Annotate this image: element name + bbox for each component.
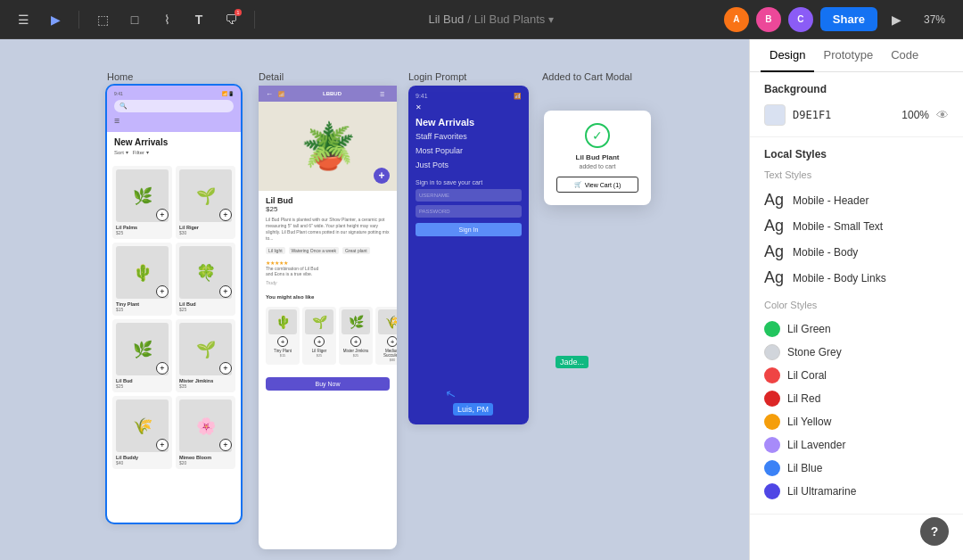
product-cell[interactable]: 🌱 Mister Jimkins $35 +	[176, 319, 235, 392]
pen-tool[interactable]: ⌇	[154, 7, 179, 32]
add-to-cart-button[interactable]: +	[219, 285, 232, 298]
suggestion-item[interactable]: 🌿 + Mister Jimkins $25	[339, 307, 373, 365]
bg-color-swatch[interactable]	[764, 104, 786, 126]
bg-opacity-value[interactable]: 100%	[893, 109, 929, 121]
text-style-label: Mobile - Body Links	[793, 272, 886, 284]
detail-price: $25	[266, 205, 390, 213]
page-title: Lil Bud / Lil Bud Plants ▾	[266, 12, 717, 26]
frame-login-label: Login Prompt	[408, 71, 466, 82]
add-suggestion-button[interactable]: +	[314, 336, 325, 347]
share-button[interactable]: Share	[820, 7, 877, 31]
dropdown-chevron-icon[interactable]: ▾	[548, 13, 554, 26]
color-style-lil-red[interactable]: Lil Red	[764, 387, 949, 410]
avatar-1: A	[724, 7, 749, 32]
zoom-level[interactable]: 37%	[917, 10, 952, 29]
add-suggestion-button[interactable]: +	[277, 336, 288, 347]
product-cell[interactable]: 🌾 Lil Buddy $40 +	[112, 396, 172, 469]
login-menu-item: Just Pots	[416, 158, 522, 172]
sign-in-button[interactable]: Sign In	[416, 223, 522, 236]
bg-color-value[interactable]: D9E1F1	[793, 109, 886, 121]
username-input[interactable]: USERNAME	[416, 189, 522, 202]
add-to-cart-button[interactable]: +	[156, 362, 169, 375]
visibility-toggle-icon[interactable]: 👁	[936, 108, 949, 122]
add-to-cart-button[interactable]: +	[219, 362, 232, 375]
frame-tool[interactable]: ⬚	[90, 7, 115, 32]
suggestion-price: $25	[342, 353, 370, 358]
color-style-lil-blue[interactable]: Lil Blue	[764, 457, 949, 480]
add-to-cart-button[interactable]: +	[156, 439, 169, 451]
review-text: The combination of Lil Budand Eons is a …	[266, 266, 390, 276]
product-suggestions: 🌵 + Tiny Plant $15 🌱 + Lil Riger $25	[259, 303, 397, 368]
cart-icon: 🛒	[574, 181, 582, 188]
background-title: Background	[764, 83, 949, 95]
product-cell[interactable]: 🌸 Mimeo Bloom $20 +	[176, 396, 235, 469]
suggestion-price: $25	[305, 353, 333, 358]
color-style-lil-ultramarine[interactable]: Lil Ultramarine	[764, 480, 949, 503]
login-title: New Arrivals	[416, 117, 522, 128]
product-cell[interactable]: 🌵 Tiny Plant $15 +	[112, 243, 172, 316]
suggestion-item[interactable]: 🌵 + Tiny Plant $15	[266, 307, 300, 365]
present-icon[interactable]: ▶	[885, 7, 910, 32]
tab-design[interactable]: Design	[761, 39, 814, 72]
add-to-cart-button[interactable]: +	[156, 285, 169, 298]
text-style-mobile-header[interactable]: Ag Mobile - Header	[764, 187, 949, 213]
ag-icon: Ag	[764, 243, 786, 261]
text-style-mobile-small[interactable]: Ag Mobile - Small Text	[764, 213, 949, 239]
product-price: $20	[179, 460, 232, 465]
color-style-lil-green[interactable]: Lil Green	[764, 317, 949, 341]
color-style-lil-lavender[interactable]: Lil Lavender	[764, 433, 949, 457]
suggestion-item[interactable]: 🌾 + Medium Succulent $80	[375, 307, 397, 365]
frame-login[interactable]: 9:41 📶 ✕ New Arrivals Staff Favorites Mo…	[408, 86, 529, 424]
suggestion-item[interactable]: 🌱 + Lil Riger $25	[302, 307, 336, 365]
comment-tool[interactable]: 🗨 1	[218, 7, 243, 32]
home-header: 9:41 📶 📳 🔍 ☰	[107, 86, 241, 132]
text-tool[interactable]: T	[186, 7, 211, 32]
add-to-cart-button[interactable]: +	[156, 209, 169, 221]
divider	[78, 11, 79, 29]
review-author: Trudy	[266, 280, 390, 285]
add-suggestion-button[interactable]: +	[387, 336, 397, 347]
shape-tool[interactable]: □	[122, 7, 147, 32]
add-to-cart-button[interactable]: +	[219, 439, 232, 451]
fab-add-button[interactable]: +	[374, 168, 390, 184]
local-styles-title: Local Styles	[764, 148, 949, 161]
color-style-stone-grey[interactable]: Stone Grey	[764, 341, 949, 364]
password-input[interactable]: PASSWORD	[416, 205, 522, 218]
color-label: Lil Lavender	[787, 439, 845, 451]
hamburger-icon[interactable]: ☰	[11, 7, 36, 32]
product-cell[interactable]: 🌱 Lil Riger $30 +	[176, 166, 235, 239]
color-label: Lil Red	[787, 392, 820, 405]
add-to-cart-button[interactable]: +	[219, 209, 232, 221]
add-suggestion-button[interactable]: +	[350, 336, 361, 347]
product-price: $15	[116, 307, 169, 312]
tab-prototype[interactable]: Prototype	[814, 39, 882, 72]
suggestion-img: 🌿	[342, 309, 370, 334]
product-cell[interactable]: 🍀 Lil Bud $25 +	[176, 243, 235, 316]
help-button[interactable]: ?	[920, 517, 949, 546]
text-style-label: Mobile - Header	[793, 194, 868, 207]
product-price: $25	[116, 230, 169, 235]
divider2	[254, 11, 255, 29]
frame-home[interactable]: 9:41 📶 📳 🔍 ☰ New Arrivals Sort ▾ Filter …	[107, 86, 241, 523]
text-style-mobile-body-links[interactable]: Ag Mobile - Body Links	[764, 265, 949, 291]
toolbar-right: A B C Share ▶ 37%	[724, 7, 952, 32]
right-panel: Design Prototype Code Background D9E1F1 …	[749, 39, 963, 560]
tab-code[interactable]: Code	[882, 39, 927, 72]
suggestion-img: 🌱	[305, 309, 333, 334]
buy-now-button[interactable]: Buy Now	[266, 377, 390, 391]
text-style-mobile-body[interactable]: Ag Mobile - Body	[764, 239, 949, 265]
frame-detail[interactable]: ← 📶 LBBUD ☰ 🪴 + Lil Bud $25 Lil Bud Plan…	[259, 86, 397, 549]
move-tool[interactable]: ▶	[43, 7, 68, 32]
view-cart-button[interactable]: 🛒 View Cart (1)	[556, 177, 638, 193]
color-style-lil-yellow[interactable]: Lil Yellow	[764, 410, 949, 433]
product-cell[interactable]: 🌿 Lil Palms $25 +	[112, 166, 172, 239]
checkmark-icon: ✓	[585, 123, 610, 148]
product-cell[interactable]: 🌿 Lil Bud $25 +	[112, 319, 172, 392]
canvas[interactable]: Home Detail Login Prompt Added to Cart M…	[0, 39, 749, 560]
color-style-lil-coral[interactable]: Lil Coral	[764, 364, 949, 387]
search-bar[interactable]: 🔍	[114, 100, 234, 112]
review-stars: ★★★★★	[266, 259, 390, 266]
close-icon[interactable]: ✕	[416, 103, 522, 111]
frame-home-label: Home	[107, 71, 133, 82]
detail-plant-area: 🪴 +	[259, 102, 397, 191]
